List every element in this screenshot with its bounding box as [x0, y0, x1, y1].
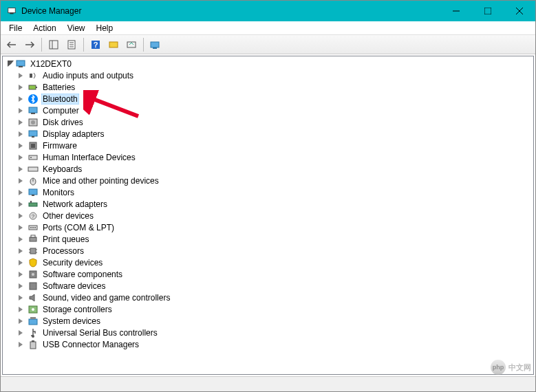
svg-rect-21 — [29, 85, 36, 89]
menu-file[interactable]: File — [3, 22, 28, 34]
node-label: Computer — [41, 106, 81, 116]
node-label: Disk drives — [41, 118, 85, 127]
forward-button[interactable] — [21, 36, 38, 53]
tree-node[interactable]: USB Connector Managers — [3, 338, 533, 350]
tree-node[interactable]: Software devices — [3, 280, 533, 292]
svg-rect-0 — [8, 8, 16, 13]
expander-icon[interactable] — [18, 130, 26, 138]
properties-button[interactable] — [63, 36, 80, 53]
tree-node[interactable]: Disk drives — [3, 116, 533, 128]
expander-icon[interactable] — [18, 305, 26, 314]
node-label: Sound, video and game controllers — [41, 293, 171, 303]
node-label: Universal Serial Bus controllers — [41, 328, 159, 338]
watermark-logo: php — [491, 360, 506, 375]
tree-root-node[interactable]: X12DEXT0 — [3, 58, 533, 69]
computer-icon — [15, 58, 26, 69]
expander-icon[interactable] — [18, 200, 26, 208]
sw-dev-icon — [28, 281, 39, 292]
statusbar — [1, 376, 535, 391]
expander-icon[interactable] — [6, 60, 14, 68]
node-label: Keyboards — [41, 164, 83, 174]
expander-icon[interactable] — [18, 153, 26, 162]
expander-icon[interactable] — [18, 270, 26, 279]
tree-node[interactable]: Monitors — [3, 186, 533, 198]
mouse-icon — [28, 175, 39, 186]
scan-hardware-button[interactable] — [105, 36, 122, 53]
tree-node[interactable]: Print queues — [3, 233, 533, 245]
expander-icon[interactable] — [18, 177, 26, 185]
expander-icon[interactable] — [18, 224, 26, 232]
expander-icon[interactable] — [18, 294, 26, 302]
show-hide-tree-button[interactable] — [45, 36, 62, 53]
node-label: Display adapters — [41, 129, 105, 139]
tree-node[interactable]: System devices — [3, 315, 533, 327]
tree-node[interactable]: Computer — [3, 105, 533, 116]
menu-help[interactable]: Help — [91, 22, 119, 34]
tree-node[interactable]: Firmware — [3, 140, 533, 151]
expander-icon[interactable] — [18, 235, 26, 243]
toolbar-separator — [143, 38, 144, 52]
menu-view[interactable]: View — [62, 22, 91, 34]
expander-icon[interactable] — [18, 188, 26, 197]
maximize-button[interactable] — [472, 1, 504, 21]
tree-node[interactable]: Audio inputs and outputs — [3, 69, 533, 81]
menu-action[interactable]: Action — [28, 22, 61, 34]
expander-icon[interactable] — [18, 107, 26, 115]
minimize-button[interactable] — [440, 1, 472, 21]
expander-icon[interactable] — [18, 95, 26, 103]
tree-node[interactable]: Keyboards — [3, 163, 533, 175]
device-tree[interactable]: X12DEXT0 Audio inputs and outputs Batter… — [2, 56, 534, 375]
tree-node[interactable]: Bluetooth — [3, 93, 533, 105]
expander-icon[interactable] — [18, 72, 26, 80]
tree-node[interactable]: Batteries — [3, 81, 533, 93]
node-label: Ports (COM & LPT) — [41, 223, 116, 232]
svg-rect-63 — [30, 342, 36, 349]
tree-node[interactable]: Display adapters — [3, 128, 533, 140]
expander-icon[interactable] — [18, 329, 26, 337]
node-label: USB Connector Managers — [41, 340, 140, 349]
tree-node[interactable]: Human Interface Devices — [3, 151, 533, 163]
expander-icon[interactable] — [18, 317, 26, 325]
expander-icon[interactable] — [18, 83, 26, 91]
close-button[interactable] — [504, 1, 535, 21]
tree-node[interactable]: Processors — [3, 245, 533, 257]
expander-icon[interactable] — [18, 165, 26, 173]
svg-rect-50 — [30, 248, 36, 254]
tree-node[interactable]: Software components — [3, 268, 533, 280]
toolbar-separator — [83, 38, 84, 52]
expander-icon[interactable] — [18, 259, 26, 267]
tree-node[interactable]: Storage controllers — [3, 303, 533, 315]
node-label: Software components — [41, 270, 124, 279]
expander-icon[interactable] — [18, 340, 26, 349]
tree-node[interactable]: Network adapters — [3, 198, 533, 210]
update-driver-button[interactable] — [123, 36, 140, 53]
node-label: Storage controllers — [41, 305, 114, 314]
expander-icon[interactable] — [18, 247, 26, 255]
system-icon — [28, 316, 39, 327]
help-button[interactable]: ? — [87, 36, 104, 53]
expander-icon[interactable] — [18, 212, 26, 220]
expander-icon[interactable] — [18, 118, 26, 127]
node-label: Firmware — [41, 141, 78, 151]
tree-node[interactable]: Mice and other pointing devices — [3, 175, 533, 186]
tree-node[interactable]: Sound, video and game controllers — [3, 292, 533, 303]
svg-rect-20 — [30, 74, 32, 78]
svg-rect-57 — [30, 283, 36, 290]
node-label: System devices — [41, 316, 102, 326]
svg-rect-40 — [29, 203, 37, 206]
print-icon — [28, 234, 39, 245]
add-legacy-button[interactable] — [147, 36, 164, 53]
tree-node[interactable]: Universal Serial Bus controllers — [3, 327, 533, 338]
expander-icon[interactable] — [18, 282, 26, 290]
svg-point-59 — [32, 308, 34, 311]
tree-node[interactable]: Ports (COM & LPT) — [3, 221, 533, 233]
expander-icon[interactable] — [18, 142, 26, 150]
svg-rect-14 — [109, 42, 118, 47]
back-button[interactable] — [3, 36, 20, 53]
app-icon — [6, 6, 17, 17]
svg-point-56 — [32, 273, 34, 276]
tree-node[interactable]: ? Other devices — [3, 210, 533, 221]
svg-rect-64 — [32, 340, 34, 342]
tree-node[interactable]: Security devices — [3, 257, 533, 268]
svg-rect-49 — [31, 235, 35, 237]
